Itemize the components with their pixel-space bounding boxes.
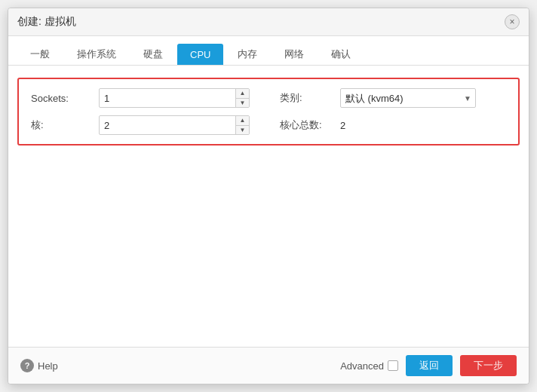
cores-increment[interactable]: ▲	[236, 116, 249, 126]
tab-network[interactable]: 网络	[272, 42, 317, 66]
help-label: Help	[38, 360, 58, 372]
tab-os[interactable]: 操作系统	[64, 42, 129, 66]
tab-memory[interactable]: 内存	[225, 42, 270, 66]
type-select-wrap: 默认 (kvm64) ▼	[340, 88, 476, 108]
cores-spinner: ▲ ▼	[235, 116, 249, 134]
sockets-input-wrap: ▲ ▼	[99, 88, 250, 108]
sockets-row: Sockets: ▲ ▼ 类别: 默认 (kvm64) ▼	[31, 88, 506, 108]
footer-left: ? Help	[20, 359, 58, 372]
close-button[interactable]: ×	[505, 14, 520, 29]
help-button[interactable]: ? Help	[20, 359, 58, 372]
back-button[interactable]: 返回	[406, 355, 453, 376]
type-label: 类别:	[280, 91, 340, 105]
tab-disk[interactable]: 硬盘	[130, 42, 176, 66]
tab-confirm[interactable]: 确认	[318, 42, 364, 66]
sockets-spinner: ▲ ▼	[235, 89, 249, 107]
tab-general[interactable]: 一般	[17, 42, 63, 66]
footer-right: Advanced 返回 下一步	[340, 355, 517, 376]
next-button[interactable]: 下一步	[460, 355, 517, 376]
advanced-wrap: Advanced	[340, 360, 398, 372]
next-button-label: 下一步	[474, 360, 503, 371]
dialog-body: Sockets: ▲ ▼ 类别: 默认 (kvm64) ▼	[8, 66, 529, 347]
type-field-wrap: 类别: 默认 (kvm64) ▼	[250, 88, 506, 108]
cores-row: 核: ▲ ▼ 核心总数: 2	[31, 115, 506, 135]
type-select[interactable]: 默认 (kvm64)	[340, 88, 476, 108]
sockets-input[interactable]	[99, 88, 250, 108]
tab-cpu[interactable]: CPU	[177, 44, 223, 65]
dialog-title: 创建: 虚拟机	[17, 15, 76, 29]
dialog-titlebar: 创建: 虚拟机 ×	[8, 8, 529, 36]
sockets-label: Sockets:	[31, 93, 99, 104]
total-cores-label: 核心总数:	[280, 118, 340, 132]
cores-input[interactable]	[99, 115, 250, 135]
dialog-footer: ? Help Advanced 返回 下一步	[8, 347, 529, 384]
sockets-decrement[interactable]: ▼	[236, 99, 249, 108]
cpu-form-section: Sockets: ▲ ▼ 类别: 默认 (kvm64) ▼	[17, 78, 520, 145]
sockets-increment[interactable]: ▲	[236, 89, 249, 99]
total-cores-value: 2	[340, 120, 345, 131]
close-icon: ×	[509, 17, 514, 27]
advanced-checkbox[interactable]	[388, 360, 398, 371]
tab-bar: 一般 操作系统 硬盘 CPU 内存 网络 确认	[8, 36, 529, 66]
dialog: 创建: 虚拟机 × 一般 操作系统 硬盘 CPU 内存 网络 确认 Socket…	[8, 8, 529, 384]
cores-input-wrap: ▲ ▼	[99, 115, 250, 135]
total-cores-wrap: 核心总数: 2	[250, 118, 506, 132]
advanced-label: Advanced	[340, 360, 384, 372]
cores-label: 核:	[31, 118, 99, 132]
cores-decrement[interactable]: ▼	[236, 126, 249, 135]
help-icon: ?	[20, 359, 34, 372]
